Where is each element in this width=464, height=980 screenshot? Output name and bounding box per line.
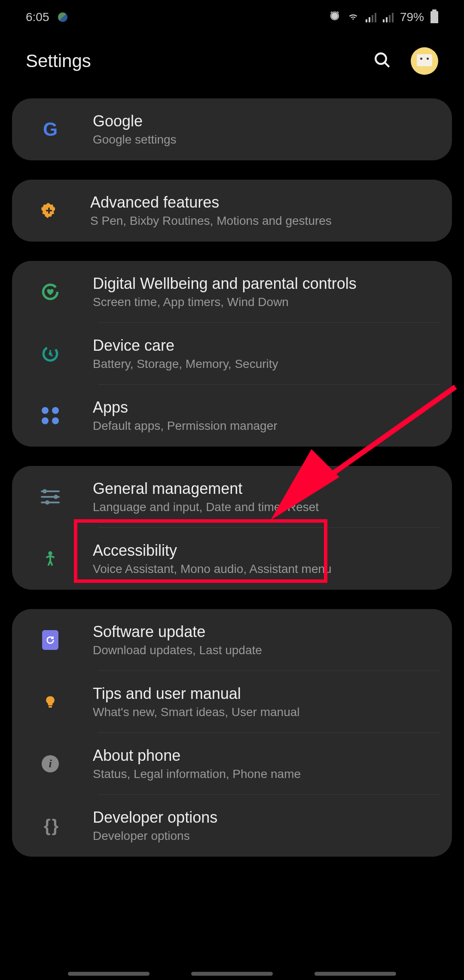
settings-item-general-management[interactable]: General management Language and input, D… bbox=[12, 466, 452, 528]
item-title: Software update bbox=[93, 623, 435, 641]
item-subtitle: Google settings bbox=[93, 133, 435, 147]
item-title: Device care bbox=[93, 337, 435, 355]
item-title: Developer options bbox=[93, 808, 435, 827]
item-title: Accessibility bbox=[93, 542, 435, 560]
settings-item-apps[interactable]: Apps Default apps, Permission manager bbox=[12, 385, 452, 447]
settings-item-advanced-features[interactable]: Advanced features S Pen, Bixby Routines,… bbox=[12, 180, 452, 242]
alarm-icon bbox=[329, 10, 341, 25]
battery-percentage: 79% bbox=[400, 10, 424, 24]
settings-item-accessibility[interactable]: Accessibility Voice Assistant, Mono audi… bbox=[12, 528, 452, 590]
account-avatar[interactable] bbox=[411, 47, 438, 75]
battery-icon bbox=[430, 11, 438, 23]
status-time: 6:05 bbox=[26, 10, 49, 24]
bulb-icon bbox=[40, 692, 61, 712]
item-subtitle: Default apps, Permission manager bbox=[93, 419, 435, 433]
svg-point-1 bbox=[375, 53, 386, 64]
settings-item-developer-options[interactable]: { } Developer options Developer options bbox=[12, 795, 452, 857]
settings-group: General management Language and input, D… bbox=[12, 466, 452, 590]
page-title: Settings bbox=[26, 51, 91, 71]
item-subtitle: Battery, Storage, Memory, Security bbox=[93, 357, 435, 371]
svg-point-0 bbox=[332, 13, 338, 19]
svg-point-5 bbox=[49, 352, 52, 355]
settings-list: G Google Google settings Advanced featur… bbox=[0, 98, 464, 857]
settings-group: G Google Google settings bbox=[12, 98, 452, 160]
item-subtitle: Screen time, App timers, Wind Down bbox=[93, 295, 435, 309]
software-update-icon bbox=[40, 630, 61, 650]
item-title: Tips and user manual bbox=[93, 685, 435, 703]
item-subtitle: Language and input, Date and time, Reset bbox=[93, 500, 435, 514]
signal-2-icon bbox=[383, 12, 394, 22]
item-title: Advanced features bbox=[90, 193, 435, 211]
item-subtitle: Voice Assistant, Mono audio, Assistant m… bbox=[93, 562, 435, 576]
item-title: About phone bbox=[93, 747, 435, 765]
sliders-icon bbox=[40, 487, 61, 507]
info-icon: i bbox=[40, 753, 61, 774]
google-icon: G bbox=[40, 119, 61, 140]
settings-group: Digital Wellbeing and parental controls … bbox=[12, 261, 452, 447]
settings-item-about-phone[interactable]: i About phone Status, Legal information,… bbox=[12, 733, 452, 795]
status-bar: 6:05 79% bbox=[0, 0, 464, 34]
item-subtitle: Developer options bbox=[93, 829, 435, 843]
search-button[interactable] bbox=[373, 51, 391, 71]
item-subtitle: Download updates, Last update bbox=[93, 643, 435, 657]
settings-group: Advanced features S Pen, Bixby Routines,… bbox=[12, 180, 452, 242]
gear-plus-icon bbox=[40, 202, 58, 220]
accessibility-icon bbox=[40, 548, 61, 569]
svg-point-6 bbox=[49, 551, 52, 555]
wifi-icon bbox=[347, 10, 359, 25]
nav-back[interactable] bbox=[314, 972, 396, 976]
wellbeing-icon bbox=[40, 282, 61, 302]
system-nav-bar[interactable] bbox=[0, 972, 464, 976]
weather-icon bbox=[58, 12, 67, 22]
item-title: Google bbox=[93, 112, 435, 130]
signal-1-icon bbox=[366, 12, 376, 22]
nav-recents[interactable] bbox=[68, 972, 150, 976]
nav-home[interactable] bbox=[191, 972, 273, 976]
item-subtitle: What's new, Smart ideas, User manual bbox=[93, 705, 435, 719]
svg-line-2 bbox=[385, 62, 389, 67]
braces-icon: { } bbox=[40, 815, 61, 836]
settings-header: Settings bbox=[0, 34, 464, 98]
settings-item-tips[interactable]: Tips and user manual What's new, Smart i… bbox=[12, 671, 452, 733]
item-title: General management bbox=[93, 480, 435, 498]
settings-group: Software update Download updates, Last u… bbox=[12, 609, 452, 857]
settings-item-device-care[interactable]: Device care Battery, Storage, Memory, Se… bbox=[12, 323, 452, 385]
svg-rect-7 bbox=[49, 706, 52, 707]
device-care-icon bbox=[40, 343, 61, 364]
settings-item-google[interactable]: G Google Google settings bbox=[12, 98, 452, 160]
apps-icon bbox=[40, 405, 61, 426]
item-title: Digital Wellbeing and parental controls bbox=[93, 275, 435, 293]
item-subtitle: S Pen, Bixby Routines, Motions and gestu… bbox=[90, 214, 435, 228]
settings-item-digital-wellbeing[interactable]: Digital Wellbeing and parental controls … bbox=[12, 261, 452, 323]
item-subtitle: Status, Legal information, Phone name bbox=[93, 767, 435, 781]
item-title: Apps bbox=[93, 398, 435, 416]
settings-item-software-update[interactable]: Software update Download updates, Last u… bbox=[12, 609, 452, 671]
